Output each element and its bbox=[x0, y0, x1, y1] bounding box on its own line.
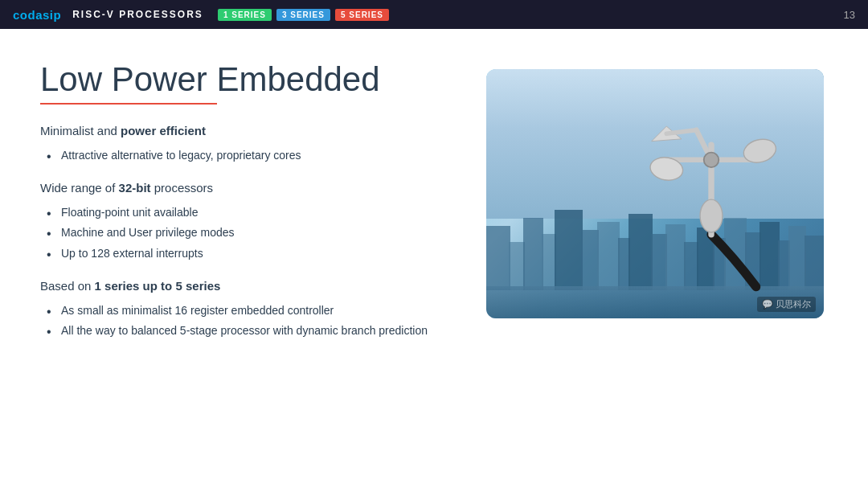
section-intro-3: Based on 1 series up to 5 series bbox=[40, 277, 450, 294]
watermark: 💬 贝思科尔 bbox=[757, 297, 816, 312]
svg-rect-7 bbox=[618, 238, 630, 290]
product-image: 💬 贝思科尔 bbox=[486, 69, 824, 318]
list-item: As small as minimalist 16 register embed… bbox=[47, 301, 450, 322]
section-2-plain: Wide range of bbox=[40, 181, 119, 195]
section-intro-1: Minimalist and power efficient bbox=[40, 122, 450, 139]
slide-content: Low Power Embedded Minimalist and power … bbox=[0, 29, 868, 488]
brand-logo: codasip bbox=[13, 8, 61, 22]
badge-3-series: 3 SERIES bbox=[276, 9, 330, 21]
svg-rect-2 bbox=[523, 218, 543, 290]
title-underline bbox=[40, 103, 217, 105]
svg-point-25 bbox=[704, 153, 719, 168]
section-2-suffix: processors bbox=[154, 181, 213, 195]
section-1-plain: Minimalist and bbox=[40, 124, 121, 137]
section-3-bold: 1 series up to 5 series bbox=[95, 279, 221, 293]
svg-rect-5 bbox=[581, 230, 599, 290]
watermark-text: 贝思科尔 bbox=[776, 299, 811, 309]
wind-sensor bbox=[631, 85, 792, 294]
list-item: Machine and User privilege modes bbox=[47, 223, 450, 244]
right-column: 💬 贝思科尔 bbox=[482, 61, 828, 464]
slide-number: 13 bbox=[844, 9, 855, 21]
left-column: Low Power Embedded Minimalist and power … bbox=[40, 61, 450, 464]
svg-point-28 bbox=[700, 199, 723, 232]
svg-rect-1 bbox=[509, 242, 525, 290]
list-item: Floating-point unit available bbox=[47, 203, 450, 223]
series-badges: 1 SERIES 3 SERIES 5 SERIES bbox=[218, 9, 389, 21]
svg-rect-0 bbox=[486, 226, 510, 290]
section-1-bold: power efficient bbox=[121, 124, 206, 137]
list-item: Up to 128 external interrupts bbox=[47, 244, 450, 265]
svg-rect-19 bbox=[805, 236, 824, 290]
section-3-plain: Based on bbox=[40, 279, 95, 293]
slide-title: Low Power Embedded bbox=[40, 61, 450, 98]
section-2-bold: 32-bit bbox=[119, 181, 151, 195]
svg-rect-3 bbox=[542, 234, 556, 290]
top-bar: codasip RISC-V PROCESSORS 1 SERIES 3 SER… bbox=[0, 0, 868, 29]
svg-rect-4 bbox=[555, 210, 583, 290]
brand-subtitle: RISC-V PROCESSORS bbox=[72, 9, 203, 20]
top-bar-left: codasip RISC-V PROCESSORS 1 SERIES 3 SER… bbox=[13, 8, 389, 22]
section-intro-2: Wide range of 32-bit processors bbox=[40, 179, 450, 196]
watermark-icon: 💬 bbox=[762, 299, 776, 309]
badge-5-series: 5 SERIES bbox=[335, 9, 389, 21]
badge-1-series: 1 SERIES bbox=[218, 9, 272, 21]
svg-rect-6 bbox=[597, 222, 620, 290]
list-item: Attractive alternative to legacy, propri… bbox=[47, 146, 450, 166]
list-item: All the way to balanced 5-stage processo… bbox=[47, 321, 450, 342]
bullet-list-2: Floating-point unit available Machine an… bbox=[47, 203, 450, 265]
bullet-list-1: Attractive alternative to legacy, propri… bbox=[47, 146, 450, 166]
bullet-list-3: As small as minimalist 16 register embed… bbox=[47, 301, 450, 342]
